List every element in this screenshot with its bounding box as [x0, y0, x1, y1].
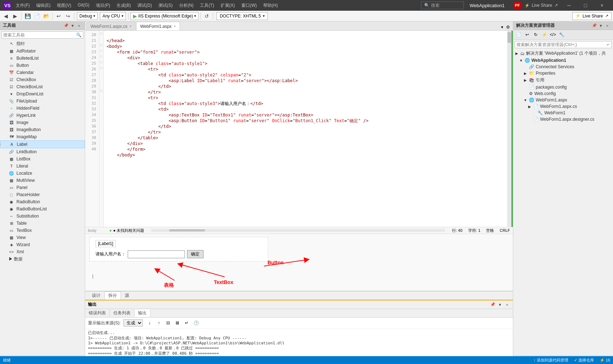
- tree-packages-config[interactable]: 📄 packages.config: [513, 84, 613, 90]
- undo-btn[interactable]: ↩: [54, 12, 63, 20]
- toolbox-pin-btn[interactable]: 📌: [63, 23, 69, 29]
- tree-webform1-designer-cs[interactable]: 📄 WebForm1.aspx.designer.cs: [513, 116, 613, 123]
- toolbox-search-input[interactable]: [3, 33, 76, 38]
- refresh-btn[interactable]: ↺: [202, 12, 211, 20]
- redo-btn[interactable]: ↪: [64, 12, 72, 20]
- output-btn2[interactable]: ↑: [155, 319, 163, 327]
- solution-pin-btn[interactable]: 📌: [592, 23, 597, 29]
- tree-properties[interactable]: ▶ 📁 Properties: [513, 70, 613, 76]
- solution-close-btn[interactable]: ×: [604, 23, 610, 29]
- menu-analyze[interactable]: 分析(N): [176, 2, 197, 9]
- toolbox-item-view[interactable]: ▦ View: [0, 234, 85, 241]
- tree-solution-root[interactable]: ▶ 🗂 解决方案 'WebApplication1' (1 个项目，共: [513, 50, 613, 57]
- toolbox-item-imagemap[interactable]: 🗺 ImageMap: [0, 133, 85, 140]
- open-btn[interactable]: 📂: [42, 12, 50, 20]
- toolbox-auto-hide-btn[interactable]: ▼: [70, 23, 75, 29]
- menu-debug[interactable]: 调试(D): [134, 2, 155, 9]
- toolbox-close-btn[interactable]: ×: [76, 23, 82, 29]
- design-tab[interactable]: 设计: [88, 291, 104, 300]
- tree-references[interactable]: ▶ 📚 引用: [513, 76, 613, 84]
- sol-toolbar-btn4[interactable]: ⚡: [540, 31, 548, 39]
- output-btn3[interactable]: ⊟: [164, 319, 172, 327]
- menu-file[interactable]: 文件(F): [13, 2, 33, 9]
- toolbox-item-xml[interactable]: <> Xml: [0, 248, 85, 255]
- toolbox-item-radiobuttonlist[interactable]: ◉ RadioButtonList: [0, 205, 85, 213]
- output-wrap-btn[interactable]: ↵: [183, 319, 191, 327]
- toolbox-item-localize[interactable]: 🌐 Localize: [0, 170, 85, 177]
- button-preview[interactable]: 确定: [187, 250, 203, 258]
- solution-auto-hide-btn[interactable]: ▼: [598, 23, 604, 29]
- output-close-btn[interactable]: ×: [504, 302, 510, 308]
- tree-webapplication1[interactable]: ▼ 🌐 WebApplication1: [513, 57, 613, 64]
- menu-build[interactable]: 生成(B): [114, 2, 134, 9]
- run-target-btn[interactable]: ▶ IIS Express (Microsoft Edge) ▾: [131, 12, 199, 20]
- toolbox-item-pointer[interactable]: ↖ 指针: [0, 40, 85, 48]
- menu-edit[interactable]: 编辑(E): [33, 2, 53, 9]
- toolbox-item-listbox[interactable]: ▦ ListBox: [0, 155, 85, 163]
- tree-webform1-node[interactable]: 🔧 WebForm1: [513, 110, 613, 116]
- error-list-tab[interactable]: 错误列表: [85, 309, 110, 317]
- tab-close-active-btn[interactable]: ×: [174, 24, 176, 28]
- toolbox-item-hyperlink[interactable]: 🔗 HyperLink: [0, 112, 85, 119]
- toolbox-item-button[interactable]: ▭ Button: [0, 62, 85, 69]
- doctype-dropdown[interactable]: DOCTYPE: XHTML 5 ▾: [216, 12, 268, 20]
- select-repo[interactable]: ✓ 选择仓库: [574, 358, 594, 363]
- output-source-select[interactable]: 生成: [123, 319, 143, 326]
- toolbox-item-panel[interactable]: ▭ Panel: [0, 184, 85, 191]
- new-file-btn[interactable]: 📄: [33, 12, 41, 20]
- fwd-btn[interactable]: ▶: [11, 12, 19, 20]
- toolbox-item-radiobutton[interactable]: ◉ RadioButton: [0, 198, 85, 205]
- textbox-preview[interactable]: [128, 250, 185, 258]
- sol-toolbar-btn1[interactable]: 📄: [515, 31, 523, 39]
- toolbox-item-literal[interactable]: T Literal: [0, 163, 85, 170]
- minimize-btn[interactable]: ─: [561, 0, 577, 11]
- output-settings-btn[interactable]: 🕐: [192, 319, 200, 327]
- toolbox-item-fileupload[interactable]: 📎 FileUpload: [0, 98, 85, 105]
- cpu-target-dropdown[interactable]: Any CPU ▾: [100, 12, 126, 20]
- toolbox-item-substitution[interactable]: ↔ Substitution: [0, 213, 85, 220]
- toolbox-item-textbox[interactable]: ▭ TextBox: [0, 227, 85, 234]
- output-tab[interactable]: 输出: [134, 309, 151, 317]
- tab-settings-btn[interactable]: ⚙: [505, 24, 511, 30]
- sol-toolbar-btn5[interactable]: </>: [549, 31, 557, 39]
- tab-close-btn[interactable]: ×: [129, 24, 132, 28]
- status-scrollbar-h[interactable]: [151, 229, 445, 232]
- menu-test[interactable]: 测试(S): [156, 2, 176, 9]
- output-pin-btn[interactable]: 📌: [490, 302, 496, 308]
- save-all-btn[interactable]: 💾: [23, 12, 32, 20]
- toolbox-item-hiddenfield[interactable]: ▫ HiddenField: [0, 105, 85, 112]
- menu-help[interactable]: 帮助(H): [260, 2, 281, 9]
- debug-config-dropdown[interactable]: Debug ▾: [77, 12, 98, 20]
- toolbox-item-bulletedlist[interactable]: ≡ BulletedList: [0, 55, 85, 62]
- toolbox-item-linkbutton[interactable]: 🔗 LinkButton: [0, 148, 85, 155]
- toolbox-item-multiview[interactable]: ▦ MultiView: [0, 177, 85, 184]
- maximize-btn[interactable]: □: [577, 0, 594, 11]
- sol-toolbar-btn6[interactable]: 🔧: [558, 31, 565, 39]
- toolbox-item-adrotator[interactable]: ▦ AdRotator: [0, 48, 85, 55]
- toolbox-item-image[interactable]: 🖼 Image: [0, 119, 85, 126]
- liveshare-toolbar-btn[interactable]: ⚡ Live Share ↗: [572, 12, 612, 20]
- output-btn1[interactable]: ↓: [146, 319, 153, 327]
- toolbox-item-label[interactable]: A Label: [0, 140, 85, 148]
- menu-tools[interactable]: 工具(T): [197, 2, 217, 9]
- toolbox-item-wizard[interactable]: ◈ Wizard: [0, 241, 85, 248]
- code-content[interactable]: </head> <body> <form id="form1" runat="s…: [104, 31, 507, 227]
- sol-toolbar-btn3[interactable]: ↻: [532, 31, 540, 39]
- source-tab[interactable]: 源: [121, 291, 133, 300]
- liveshare-label[interactable]: Live Share: [532, 3, 552, 8]
- tree-webform1-cs[interactable]: ▶ 📄 WebForm1.aspx.cs: [513, 103, 613, 110]
- toolbox-item-placeholder[interactable]: ◌ PlaceHolder: [0, 191, 85, 198]
- toolbox-item-checkboxlist[interactable]: ☑ CheckBoxList: [0, 83, 85, 90]
- tab-webform1-aspx[interactable]: WebForm1.aspx ×: [136, 22, 180, 30]
- back-btn[interactable]: ◀: [1, 12, 10, 20]
- output-clear-btn[interactable]: ⊠: [173, 319, 181, 327]
- menu-view[interactable]: 视图(V): [54, 2, 74, 9]
- menu-extensions[interactable]: 扩展(X): [218, 2, 238, 9]
- menu-git[interactable]: Git(G): [75, 2, 92, 9]
- split-tab[interactable]: 拆分: [104, 291, 121, 300]
- solution-search-input[interactable]: [516, 42, 607, 47]
- toolbox-item-checkbox[interactable]: ☑ CheckBox: [0, 76, 85, 83]
- output-auto-hide-btn[interactable]: ▼: [497, 302, 503, 308]
- tree-webform1-aspx[interactable]: ▼ 🌐 WebForm1.aspx: [513, 97, 613, 103]
- toolbox-item-table[interactable]: ⊞ Table: [0, 220, 85, 227]
